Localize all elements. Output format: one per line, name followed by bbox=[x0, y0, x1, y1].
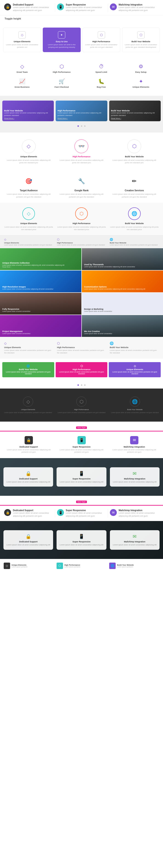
feature-card-unique[interactable]: ◇ Unique Elements Lorem ipsum dolor sit … bbox=[3, 28, 41, 52]
btn-build-icon: 🌐 bbox=[26, 365, 30, 368]
cof-unique-icon: ◇ bbox=[22, 207, 35, 220]
ti-target: 🎯 Target Audience Lorem ipsum dolor sit … bbox=[2, 176, 55, 198]
feature-mailchimp: ✉ Mailchimp Integration Lorem ipsum dolo… bbox=[108, 3, 161, 12]
img-grid-creative-bg: We Are Creative Lorem ipsum dolor sit am… bbox=[82, 315, 163, 337]
si-build-title: Build Your Website bbox=[110, 242, 159, 244]
slider-card-1[interactable]: Build Your Website Lorem ipsum dolor sit… bbox=[2, 100, 54, 121]
card-slider-section: Build Your Website Lorem ipsum dolor sit… bbox=[0, 96, 163, 132]
img-grid-hires[interactable]: High Resolution Images Lorem ipsum dolor… bbox=[0, 271, 81, 292]
cf-build-desc: Lorem ipsum dolor sit amet consectetur a… bbox=[111, 159, 158, 164]
slider-card-2-link[interactable]: Read More › bbox=[57, 117, 105, 119]
cf-unique-title: Unique Elements bbox=[5, 155, 52, 158]
high-perf-title: High Performance bbox=[85, 40, 118, 43]
img-grid-design-desc: Lorem ipsum dolor sit amet consectetur bbox=[84, 310, 161, 312]
grid-item-speed: ⏱ Speed Limit bbox=[82, 61, 121, 76]
unique-title: Unique Elements bbox=[122, 86, 160, 88]
bi2-dedicated: 🔒 Dedicated Support Lorem ipsum dolor si… bbox=[3, 530, 53, 550]
btn-unique-desc: Lorem ipsum dolor sit amet consectetur p… bbox=[110, 371, 159, 375]
dark-section: ◇ Unique Elements Lorem ipsum dolor sit … bbox=[0, 389, 163, 422]
feature-card-build[interactable]: ⬠ Build Your Website Lorem ipsum dolor s… bbox=[122, 28, 160, 52]
cof-build: 🌐 Build Your Website Lorem ipsum dolor s… bbox=[108, 207, 161, 231]
btn-unique-elements[interactable]: ◇ Unique Elements Lorem ipsum dolor sit … bbox=[109, 362, 161, 377]
tfw-dedicated-desc: Lorem ipsum dolor sit amet consectetur a… bbox=[4, 449, 53, 454]
bis-build-icon: 🌐 bbox=[109, 563, 116, 569]
lif-perf: ⬡ High Performance Lorem ipsum dolor sit… bbox=[55, 341, 108, 354]
btn-build-website[interactable]: 🌐 Build Your Website Lorem ipsum dolor s… bbox=[2, 362, 54, 377]
btn-dot-1[interactable] bbox=[78, 384, 79, 386]
img-grid-custom[interactable]: Customization Options Lorem ipsum dolor … bbox=[82, 271, 163, 292]
img-grid-unique-desc: Lorem ipsum dolor sit amet, consectetur … bbox=[2, 264, 79, 266]
feature2-dedicated-icon: 🔒 bbox=[4, 509, 11, 516]
feature-card-performance[interactable]: ⬡ High Performance Lorem ipsum dolor sit… bbox=[83, 28, 120, 52]
slider-card-1-title: Build Your Website bbox=[4, 110, 52, 112]
mailchimp-desc: Lorem ipsum dolor sit amet consectetur a… bbox=[119, 6, 159, 12]
high-perf-icon: ⬡ bbox=[98, 31, 105, 38]
btn-dot-2[interactable] bbox=[81, 384, 82, 386]
btn-dot-3[interactable] bbox=[84, 384, 85, 386]
dot-1[interactable] bbox=[78, 125, 79, 127]
small-items-row: ◇ Unique Elements Lorem ipsum dolor sit … bbox=[0, 236, 163, 248]
new-label-2: New Style bbox=[76, 501, 87, 503]
slider-card-1-link[interactable]: Read More › bbox=[4, 117, 52, 119]
cf-perf-icon: 👓 bbox=[75, 140, 88, 153]
tfw-responsive-desc: Lorem ipsum dolor sit amet consectetur a… bbox=[57, 449, 106, 454]
ti-target-title: Target Audience bbox=[4, 189, 53, 192]
img-grid-design[interactable]: Design & Marketing Lorem ipsum dolor sit… bbox=[82, 293, 163, 315]
img-grid-unique-title: Unique Elements Collection bbox=[2, 262, 79, 264]
img-grid-project-title: Project Management bbox=[2, 330, 79, 333]
ti-google-desc: Lorem ipsum dolor sit amet consectetur a… bbox=[57, 193, 106, 198]
bi2-responsive-desc: Lorem ipsum dolor sit amet consectetur a… bbox=[59, 544, 104, 546]
bis-perf-icon: ⬡ bbox=[57, 563, 63, 569]
cf-perf-desc: Lorem ipsum dolor sit amet consectetur a… bbox=[58, 159, 105, 164]
ti-creative-title: Creative Services bbox=[110, 189, 159, 192]
ti-google-title: Google Rank bbox=[57, 189, 106, 192]
btn-perf-icon: ⬡ bbox=[80, 365, 83, 368]
ti-creative-desc: Lorem ipsum dolor sit amet consectetur a… bbox=[110, 193, 159, 198]
si-unique: ◇ Unique Elements Lorem ipsum dolor sit … bbox=[2, 238, 55, 246]
img-grid-thousands[interactable]: Used by Thousands Lorem ipsum dolor sit … bbox=[82, 248, 163, 270]
super-responsive-text: Super Responsive Lorem ipsum dolor sit a… bbox=[66, 3, 106, 12]
bi2-mailchimp-title: Mailchimp Integration bbox=[112, 540, 157, 543]
img-grid-hires-desc: Lorem ipsum dolor sit amet consectetur a… bbox=[2, 288, 79, 290]
dedicated-support-icon: 🔒 bbox=[4, 3, 11, 10]
slider-card-3[interactable]: Build Your Website Lorem ipsum dolor sit… bbox=[109, 100, 161, 121]
cof-perf-desc: Lorem ipsum dolor sit amet consectetur a… bbox=[57, 226, 106, 231]
feature-super-responsive: 📱 Super Responsive Lorem ipsum dolor sit… bbox=[55, 3, 108, 12]
feature2-responsive: 📱 Super Responsive Lorem ipsum dolor sit… bbox=[55, 509, 108, 517]
grid-item-setup: ⚙ Easy Setup bbox=[121, 61, 161, 76]
img-grid-unique-link[interactable]: Read More › bbox=[2, 266, 79, 268]
feature-card-easy[interactable]: ✦ Easy to Use Lorem ipsum dolor set amet… bbox=[43, 28, 80, 52]
dot-3[interactable] bbox=[84, 125, 85, 127]
dot-2[interactable] bbox=[81, 125, 82, 127]
si-perf-icon: ⬡ bbox=[57, 238, 106, 241]
img-grid-responsive-title: Fully Responsive bbox=[2, 308, 79, 310]
si-perf-desc: Lorem ipsum dolor sit amet consectetur p… bbox=[57, 244, 106, 246]
img-grid-thousands-desc: Lorem ipsum dolor sit amet consectetur a… bbox=[84, 266, 161, 268]
img-grid-thousands-title: Used by Thousands bbox=[84, 264, 161, 266]
lif-unique-icon: ◇ bbox=[4, 341, 53, 345]
feature2-mailchimp-text: Mailchimp Integration Lorem ipsum dolor … bbox=[119, 509, 159, 517]
dark-perf-desc: Lorem ipsum dolor sit amet consectetur p… bbox=[57, 411, 105, 413]
img-grid-project[interactable]: Project Management Lorem ipsum dolor sit… bbox=[0, 315, 81, 337]
btn-high-performance[interactable]: ⬡ High Performance Lorem ipsum dolor sit… bbox=[56, 362, 108, 377]
lif-build-icon: 🌐 bbox=[110, 341, 159, 345]
easy-use-title: Easy to Use bbox=[45, 40, 78, 43]
bis-build-text: Build Your Website Lorem ipsum portanim bbox=[117, 564, 134, 568]
tfw-responsive-icon: 📱 bbox=[78, 436, 86, 444]
setup-icon: ⚙ bbox=[122, 64, 160, 69]
checkout-title: Fast Checkout bbox=[43, 86, 80, 88]
slider-card-3-bg: Build Your Website Lorem ipsum dolor sit… bbox=[109, 100, 161, 121]
slider-card-2[interactable]: High Performance Lorem ipsum dolor sit a… bbox=[56, 100, 107, 121]
dedicated-support-desc: Lorem ipsum dolor sit amet consectetur a… bbox=[13, 6, 53, 12]
img-grid-unique[interactable]: Unique Elements Collection Lorem ipsum d… bbox=[0, 248, 81, 270]
img-grid-responsive[interactable]: Fully Responsive Lorem ipsum dolor sit a… bbox=[0, 293, 81, 315]
new-style-section-2: New Style bbox=[0, 496, 163, 505]
grid-high-perf-title: High Performance bbox=[43, 71, 80, 73]
light-icon-features: ◇ Unique Elements Lorem ipsum dolor sit … bbox=[0, 337, 163, 359]
img-grid-design-title: Design & Marketing bbox=[84, 308, 161, 310]
dark-card-perf: ⬡ High Performance Lorem ipsum dolor sit… bbox=[56, 393, 107, 417]
img-grid-creative[interactable]: We Are Creative Lorem ipsum dolor sit am… bbox=[82, 315, 163, 337]
circular-features-section: ◇ Unique Elements Lorem ipsum dolor sit … bbox=[0, 132, 163, 171]
slider-card-3-link[interactable]: Read More › bbox=[111, 117, 159, 119]
tfw-responsive-title: Super Responsive bbox=[57, 446, 106, 448]
